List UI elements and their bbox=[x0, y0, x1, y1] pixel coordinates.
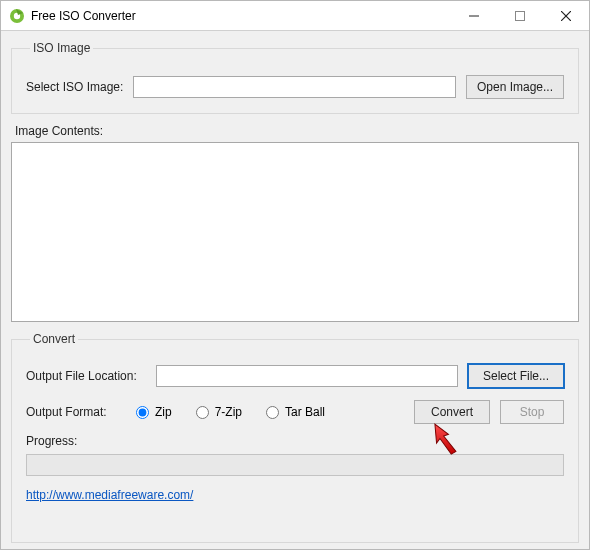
format-7zip[interactable]: 7-Zip bbox=[196, 405, 242, 419]
app-window: Free ISO Converter ISO Image Select ISO … bbox=[0, 0, 590, 550]
format-tarball[interactable]: Tar Ball bbox=[266, 405, 325, 419]
titlebar: Free ISO Converter bbox=[1, 1, 589, 31]
convert-group: Convert Output File Location: Select Fil… bbox=[11, 332, 579, 543]
select-file-button[interactable]: Select File... bbox=[468, 364, 564, 388]
window-buttons bbox=[451, 1, 589, 30]
output-format-options: Zip 7-Zip Tar Ball bbox=[136, 405, 325, 419]
minimize-button[interactable] bbox=[451, 1, 497, 30]
format-zip-label: Zip bbox=[155, 405, 172, 419]
select-iso-label: Select ISO Image: bbox=[26, 80, 123, 94]
format-7zip-radio[interactable] bbox=[196, 406, 209, 419]
format-zip-radio[interactable] bbox=[136, 406, 149, 419]
open-image-button[interactable]: Open Image... bbox=[466, 75, 564, 99]
output-format-label: Output Format: bbox=[26, 405, 126, 419]
svg-rect-3 bbox=[516, 11, 525, 20]
window-title: Free ISO Converter bbox=[31, 9, 451, 23]
stop-button[interactable]: Stop bbox=[500, 400, 564, 424]
progress-bar bbox=[26, 454, 564, 476]
client-area: ISO Image Select ISO Image: Open Image..… bbox=[1, 31, 589, 549]
format-tarball-radio[interactable] bbox=[266, 406, 279, 419]
image-contents-label: Image Contents: bbox=[15, 124, 579, 138]
convert-button[interactable]: Convert bbox=[414, 400, 490, 424]
close-button[interactable] bbox=[543, 1, 589, 30]
progress-label: Progress: bbox=[26, 434, 564, 448]
iso-path-input[interactable] bbox=[133, 76, 456, 98]
app-icon bbox=[9, 8, 25, 24]
iso-image-legend: ISO Image bbox=[30, 41, 93, 55]
image-contents-section: Image Contents: bbox=[11, 124, 579, 322]
output-location-input[interactable] bbox=[156, 365, 458, 387]
format-7zip-label: 7-Zip bbox=[215, 405, 242, 419]
maximize-button[interactable] bbox=[497, 1, 543, 30]
format-tarball-label: Tar Ball bbox=[285, 405, 325, 419]
format-zip[interactable]: Zip bbox=[136, 405, 172, 419]
output-location-label: Output File Location: bbox=[26, 369, 146, 383]
convert-legend: Convert bbox=[30, 332, 78, 346]
iso-image-group: ISO Image Select ISO Image: Open Image..… bbox=[11, 41, 579, 114]
website-link[interactable]: http://www.mediafreeware.com/ bbox=[26, 488, 193, 502]
image-contents-box[interactable] bbox=[11, 142, 579, 322]
